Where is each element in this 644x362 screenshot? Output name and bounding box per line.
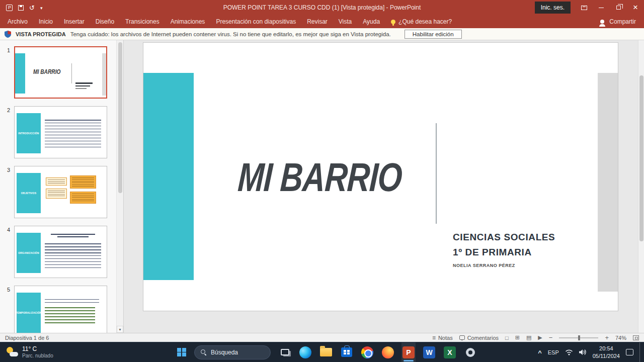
zoom-in-icon[interactable] xyxy=(605,334,609,341)
system-tray: ESP 20:54 05/11/2024 xyxy=(538,342,644,362)
scrollbar-thumb[interactable] xyxy=(118,42,122,193)
comments-button[interactable]: Comentarios xyxy=(459,335,499,341)
text-placeholder xyxy=(75,82,93,84)
cloud-icon xyxy=(10,352,18,356)
lightbulb-icon xyxy=(391,20,395,24)
start-button[interactable] xyxy=(172,342,191,362)
firefox-button[interactable] xyxy=(381,342,395,362)
task-view-button[interactable] xyxy=(278,342,292,362)
settings-button[interactable] xyxy=(463,342,477,362)
save-icon[interactable] xyxy=(18,5,24,11)
ribbon-display-options-button[interactable] xyxy=(576,0,593,15)
slide-thumbnail-1[interactable]: MI BARRIO xyxy=(14,46,107,99)
clock-date: 05/11/2024 xyxy=(593,352,620,360)
slide-thumbnail-2[interactable]: INTRODUCCIÓN xyxy=(14,106,107,158)
zoom-slider-thumb[interactable] xyxy=(578,335,580,340)
weather-text: 11° C Parc. nublado xyxy=(22,345,53,358)
tell-me-box[interactable]: ¿Qué desea hacer? xyxy=(385,18,457,25)
share-label: Compartir xyxy=(609,18,636,25)
taskbar-search[interactable]: Búsqueda xyxy=(194,345,271,359)
tab-presentacion[interactable]: Presentación con diapositivas xyxy=(210,15,301,28)
clock[interactable]: 20:54 05/11/2024 xyxy=(593,345,620,360)
show-desktop-button[interactable] xyxy=(639,342,642,362)
slide-number: 5 xyxy=(2,287,10,293)
wifi-icon[interactable] xyxy=(565,349,573,355)
zoom-percent[interactable]: 74% xyxy=(615,335,626,341)
quick-access-toolbar xyxy=(0,4,48,12)
windows-logo-icon xyxy=(177,348,186,357)
tab-revisar[interactable]: Revisar xyxy=(301,15,333,28)
slide-thumbnail-3[interactable]: OBJETIVOS xyxy=(14,166,107,218)
share-button[interactable]: Compartir xyxy=(600,18,644,25)
canvas-scrollbar[interactable] xyxy=(638,40,644,333)
enable-editing-button[interactable]: Habilitar edición xyxy=(405,30,462,39)
divider-line xyxy=(436,123,437,224)
slide-title: MI BARRIO xyxy=(236,154,403,201)
view-sorter-icon[interactable] xyxy=(515,334,520,341)
minimize-button[interactable] xyxy=(593,0,610,15)
slide-thumbnail-4[interactable]: ORGANIZACIÓN xyxy=(14,226,107,278)
minimize-icon xyxy=(599,8,604,8)
edge-button[interactable] xyxy=(298,342,312,362)
slide-number: 4 xyxy=(2,227,10,233)
tab-animaciones[interactable]: Animaciones xyxy=(165,15,211,28)
scrollbar-thumb[interactable] xyxy=(639,75,643,241)
powerpoint-button[interactable] xyxy=(401,342,416,362)
slide-subject: CIENCIAS SOCIALES xyxy=(453,232,555,243)
weather-widget[interactable]: 11° C Parc. nublado xyxy=(0,345,69,358)
teal-band xyxy=(143,73,194,280)
view-normal-icon[interactable] xyxy=(505,335,509,341)
text-placeholder xyxy=(75,88,87,89)
notes-button[interactable]: Notas xyxy=(432,334,453,341)
explorer-button[interactable] xyxy=(319,342,333,362)
slide-canvas: MI BARRIO CIENCIAS SOCIALES 1º DE PRIMAR… xyxy=(124,40,644,333)
zoom-slider[interactable] xyxy=(559,337,598,338)
volume-icon[interactable] xyxy=(579,349,587,355)
clock-time: 20:54 xyxy=(593,345,620,352)
word-button[interactable] xyxy=(422,342,436,362)
scroll-down-button[interactable] xyxy=(117,326,123,333)
close-button[interactable] xyxy=(627,0,644,15)
tray-expand-icon[interactable] xyxy=(538,348,542,357)
thumbnail-row-4: 4 ORGANIZACIÓN xyxy=(0,226,123,278)
section-title-box: INTRODUCCIÓN xyxy=(17,113,41,153)
logo-square xyxy=(177,352,181,356)
zoom-out-icon[interactable] xyxy=(549,334,553,341)
tab-inicio[interactable]: Inicio xyxy=(33,15,58,28)
language-indicator[interactable]: ESP xyxy=(548,349,559,355)
tab-diseno[interactable]: Diseño xyxy=(90,15,120,28)
slide-number: 3 xyxy=(2,167,10,173)
tab-transiciones[interactable]: Transiciones xyxy=(120,15,165,28)
tab-insertar[interactable]: Insertar xyxy=(58,15,90,28)
tab-archivo[interactable]: Archivo xyxy=(2,15,33,28)
notifications-icon[interactable] xyxy=(626,349,633,355)
weather-condition: Parc. nublado xyxy=(22,353,53,359)
view-reading-icon[interactable] xyxy=(526,334,531,341)
sign-in-button[interactable]: Inic. ses. xyxy=(535,2,571,14)
tell-me-label: ¿Qué desea hacer? xyxy=(398,18,452,25)
protected-view-bar: VISTA PROTEGIDA Tenga cuidado: los archi… xyxy=(0,28,644,40)
restore-button[interactable] xyxy=(610,0,627,15)
view-slideshow-icon[interactable] xyxy=(538,334,542,341)
excel-icon xyxy=(444,346,456,358)
slide-thumbnail-5[interactable]: TEMPORALIZACIÓN xyxy=(14,286,107,333)
smartart-box xyxy=(46,189,67,199)
comments-label: Comentarios xyxy=(467,335,499,341)
store-icon xyxy=(341,347,352,357)
undo-icon[interactable] xyxy=(29,4,35,12)
tab-ayuda[interactable]: Ayuda xyxy=(357,15,385,28)
body-text-placeholder xyxy=(45,307,95,325)
zoom-fit-icon[interactable] xyxy=(633,335,639,340)
thumb-subtitle-placeholder xyxy=(75,82,93,89)
chrome-button[interactable] xyxy=(360,342,374,362)
section-title-box: TEMPORALIZACIÓN xyxy=(17,293,41,333)
smartart-box xyxy=(46,177,67,186)
thumbnail-scrollbar[interactable] xyxy=(116,40,123,333)
excel-button[interactable] xyxy=(443,342,457,362)
powerpoint-app-icon xyxy=(6,5,13,11)
tab-vista[interactable]: Vista xyxy=(333,15,357,28)
text-placeholder xyxy=(75,85,90,87)
share-icon xyxy=(600,20,604,24)
qat-dropdown-icon[interactable] xyxy=(40,4,43,11)
store-button[interactable] xyxy=(340,342,354,362)
